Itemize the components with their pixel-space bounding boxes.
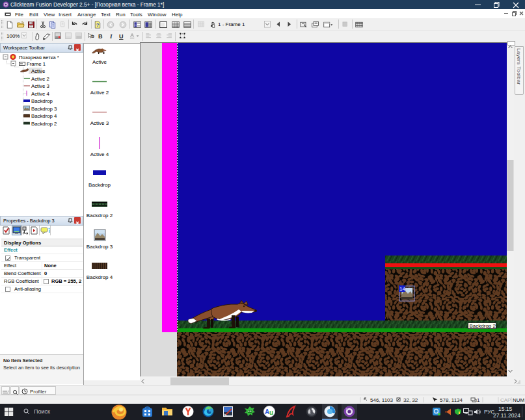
svg-text:Active: Active: [92, 59, 107, 65]
svg-text:32, 32: 32, 32: [403, 397, 418, 403]
svg-text:Backdrop 3: Backdrop 3: [87, 244, 113, 250]
svg-text:14: 14: [399, 286, 405, 292]
svg-text:Backdrop 2: Backdrop 2: [31, 121, 57, 127]
svg-text:Active 4: Active 4: [90, 151, 109, 157]
svg-text:Позорная ветка *: Позорная ветка *: [19, 55, 59, 60]
svg-text:Backdrop: Backdrop: [31, 98, 53, 104]
svg-text:Backdrop 2: Backdrop 2: [470, 323, 496, 329]
svg-text:b: b: [91, 34, 94, 38]
svg-text:u: u: [269, 409, 273, 416]
svg-text:Backdrop: Backdrop: [88, 182, 111, 188]
svg-text:Backdrop 2: Backdrop 2: [87, 213, 113, 218]
svg-text:Backdrop 3: Backdrop 3: [31, 106, 57, 112]
svg-text:1: 1: [477, 397, 480, 403]
svg-text:Active 2: Active 2: [90, 90, 109, 96]
svg-text:?: ?: [96, 22, 100, 28]
svg-text:Active: Active: [31, 68, 45, 74]
svg-text:546, 1103: 546, 1103: [370, 397, 394, 403]
svg-text:Active 4: Active 4: [31, 91, 49, 97]
svg-text:578, 1134: 578, 1134: [440, 397, 463, 403]
svg-text:Active 3: Active 3: [90, 120, 109, 126]
svg-text:Backdrop 4: Backdrop 4: [87, 274, 113, 280]
svg-text:CAP: CAP: [500, 397, 511, 403]
svg-text:Active 2: Active 2: [31, 76, 49, 82]
svg-text:NUM: NUM: [513, 397, 525, 403]
svg-text:Active 3: Active 3: [31, 83, 49, 89]
svg-text:Frame 1: Frame 1: [27, 61, 46, 67]
svg-text:Backdrop 4: Backdrop 4: [31, 113, 57, 119]
